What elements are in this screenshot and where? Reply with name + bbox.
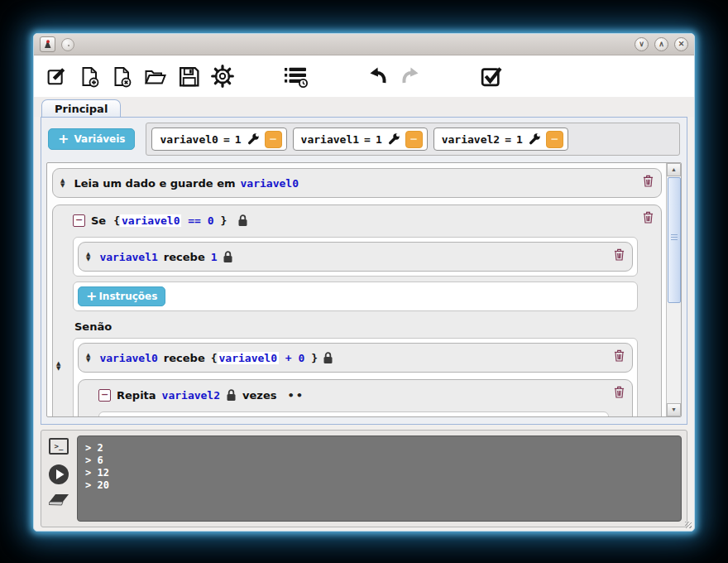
- terminal-icon[interactable]: >_: [49, 438, 69, 455]
- console-line: > 20: [85, 479, 673, 492]
- collapse-icon[interactable]: −: [73, 214, 85, 227]
- if-header: − Se {variavel0 == 0 }: [73, 209, 638, 232]
- clear-console-button[interactable]: [49, 494, 69, 506]
- run-button[interactable]: [48, 464, 69, 485]
- scrollbar-grip: [671, 234, 678, 241]
- move-spinner[interactable]: ▲ ▼: [56, 361, 60, 371]
- delete-file-button[interactable]: [109, 63, 136, 90]
- lock-icon[interactable]: [223, 251, 233, 263]
- block-if[interactable]: ▲ ▼ − Se {variavel0 == 0 }: [52, 205, 662, 416]
- expression-variable[interactable]: variavel0: [218, 352, 279, 364]
- variable-name: variavel0: [160, 133, 218, 146]
- block-text: Leia um dado e guarde em: [74, 177, 235, 190]
- maximize-button[interactable]: ∧: [654, 37, 668, 51]
- block-assign-variavel1[interactable]: ▲ ▼ variavel1 recebe 1: [78, 242, 633, 272]
- undo-button[interactable]: [365, 62, 391, 90]
- delete-block-button[interactable]: [614, 248, 625, 261]
- add-variables-button[interactable]: + Variáveis: [48, 128, 135, 150]
- lock-icon[interactable]: [323, 352, 333, 364]
- scrollbar-thumb[interactable]: [668, 177, 681, 303]
- repeat-counter-dots[interactable]: ••: [287, 389, 304, 402]
- lock-icon[interactable]: [237, 214, 248, 227]
- remove-variable-button[interactable]: −: [546, 131, 563, 148]
- variable-value: 1: [235, 133, 242, 146]
- add-variables-label: Variáveis: [74, 133, 125, 145]
- scroll-up-button[interactable]: ▲: [667, 163, 681, 176]
- variable-value: 1: [376, 133, 382, 146]
- block-read-input[interactable]: ▲ ▼ Leia um dado e guarde em variavel0: [52, 168, 662, 198]
- block-assign-variavel0[interactable]: ▲ ▼ variavel0 recebe {variavel0 + 0 }: [78, 343, 633, 373]
- assign-variable[interactable]: variavel1: [99, 251, 157, 263]
- brace-open: {: [113, 214, 120, 227]
- assign-value[interactable]: 1: [211, 251, 218, 263]
- settings-button[interactable]: [208, 62, 237, 90]
- move-spinner[interactable]: ▲ ▼: [86, 252, 90, 262]
- tab-strip: Principal: [34, 97, 694, 117]
- move-spinner[interactable]: ▲ ▼: [60, 178, 65, 188]
- console-toolbar: >_: [46, 435, 71, 522]
- equals-sign: =: [505, 133, 511, 146]
- open-file-button[interactable]: [141, 63, 170, 90]
- delete-block-button[interactable]: [614, 386, 625, 398]
- verify-button[interactable]: [477, 63, 505, 90]
- block-repeat[interactable]: − Repita variavel2 vezes: [78, 379, 633, 416]
- console-output[interactable]: > 2 > 6 > 12 > 20: [77, 435, 682, 522]
- variable-ref[interactable]: variavel0: [241, 177, 299, 190]
- spinner-down-icon[interactable]: ▼: [56, 366, 60, 371]
- delete-block-button[interactable]: [614, 349, 625, 362]
- save-icon: [177, 65, 201, 89]
- else-label: Senão: [74, 320, 638, 333]
- variable-name: variavel2: [442, 133, 500, 146]
- wrench-icon[interactable]: [528, 132, 541, 146]
- trash-icon: [614, 386, 625, 398]
- redo-button[interactable]: [397, 62, 424, 90]
- scroll-down-button[interactable]: ▼: [667, 403, 681, 416]
- close-button[interactable]: ✕: [674, 37, 688, 51]
- collapse-icon[interactable]: −: [98, 389, 111, 402]
- assign-variable[interactable]: variavel0: [99, 352, 157, 364]
- variable-chip[interactable]: variavel2 = 1 −: [433, 128, 568, 151]
- program-area: ▲ ▼ Leia um dado e guarde em variavel0: [46, 162, 682, 417]
- assign-keyword: recebe: [164, 251, 205, 263]
- add-instructions-container: + Instruções: [73, 282, 638, 311]
- wrench-icon[interactable]: [387, 132, 400, 146]
- condition-variable[interactable]: variavel0: [120, 214, 181, 227]
- variable-chip[interactable]: variavel0 = 1 −: [151, 128, 286, 151]
- trash-icon: [614, 349, 625, 362]
- repeat-variable[interactable]: variavel2: [162, 389, 220, 402]
- resize-grip[interactable]: [685, 522, 692, 528]
- edit-button[interactable]: [44, 63, 71, 90]
- spinner-down-icon[interactable]: ▼: [60, 183, 65, 188]
- move-spinner[interactable]: ▲ ▼: [86, 353, 90, 363]
- spinner-down-icon[interactable]: ▼: [86, 257, 90, 262]
- console-line: > 6: [85, 455, 673, 467]
- variable-chip[interactable]: variavel1 = 1 −: [293, 128, 428, 151]
- expression-value[interactable]: 0: [298, 352, 304, 364]
- vertical-scrollbar[interactable]: ▲ ▼: [666, 163, 681, 416]
- remove-variable-button[interactable]: −: [265, 131, 282, 148]
- tab-principal[interactable]: Principal: [41, 99, 121, 117]
- program-scroll-view: ▲ ▼ Leia um dado e guarde em variavel0: [47, 163, 667, 416]
- brace-open: {: [211, 352, 218, 364]
- condition-value[interactable]: 0: [208, 214, 214, 227]
- plus-icon: +: [58, 134, 69, 144]
- wrench-icon[interactable]: [247, 132, 260, 146]
- app-menu-button[interactable]: [40, 36, 55, 52]
- lock-icon[interactable]: [226, 389, 237, 402]
- repeat-body-container: [98, 411, 609, 416]
- window-menu-button[interactable]: [61, 38, 74, 51]
- new-file-button[interactable]: [77, 63, 103, 90]
- delete-block-button[interactable]: [643, 211, 654, 224]
- save-button[interactable]: [175, 63, 203, 90]
- remove-variable-button[interactable]: −: [405, 131, 423, 148]
- repeat-suffix: vezes: [242, 389, 276, 402]
- if-keyword: Se: [91, 214, 106, 227]
- spinner-down-icon[interactable]: ▼: [86, 358, 90, 363]
- titlebar[interactable]: ∨ ∧ ✕: [34, 34, 694, 55]
- add-instructions-button[interactable]: + Instruções: [78, 286, 165, 306]
- delete-block-button[interactable]: [643, 175, 654, 187]
- repeat-header: − Repita variavel2 vezes: [98, 383, 609, 407]
- run-history-button[interactable]: [282, 63, 311, 90]
- minimize-button[interactable]: ∨: [635, 37, 649, 51]
- trash-icon: [643, 175, 654, 187]
